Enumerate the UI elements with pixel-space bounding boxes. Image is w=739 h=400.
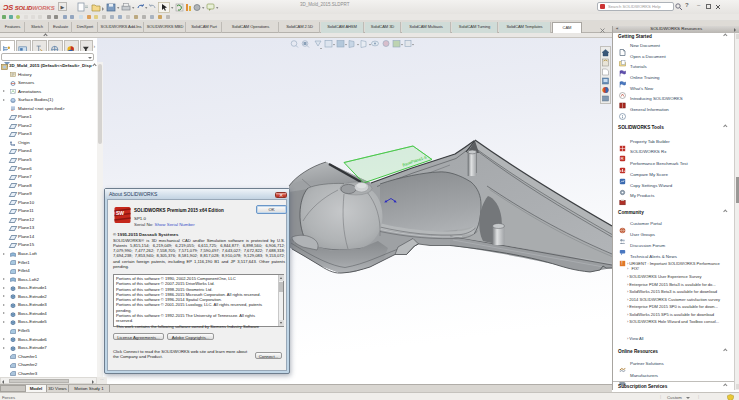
svg-text:SW: SW: [116, 210, 124, 216]
svg-text:!: !: [621, 260, 622, 266]
